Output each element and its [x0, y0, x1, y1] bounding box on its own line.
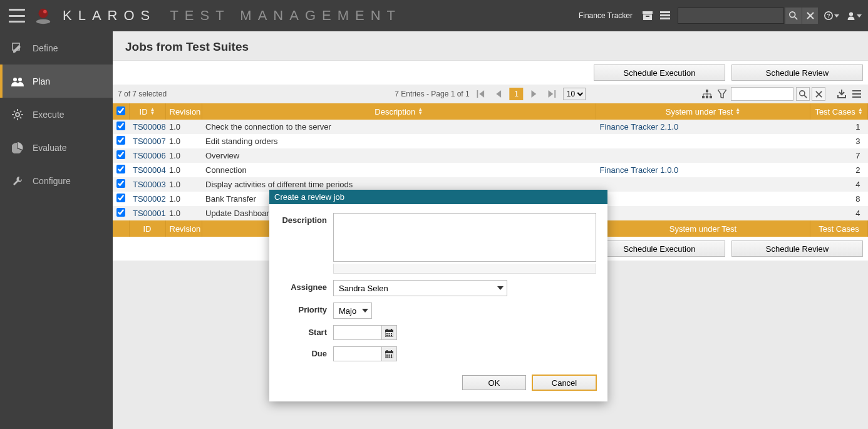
pager-last-icon[interactable] — [546, 88, 559, 100]
edit-icon — [11, 42, 24, 54]
row-testcases-cell: 7 — [810, 148, 868, 163]
testsuite-link[interactable]: TS00007 — [133, 137, 166, 146]
global-search-input[interactable] — [678, 8, 784, 24]
svg-marker-30 — [497, 90, 502, 98]
more-menu-icon[interactable] — [850, 88, 863, 100]
table-search-button[interactable] — [796, 87, 810, 101]
row-revision-cell: 1.0 — [165, 134, 202, 148]
sidebar-item-define[interactable]: Define — [0, 31, 113, 65]
pager-prev-icon[interactable] — [492, 88, 505, 100]
pager-first-icon[interactable] — [475, 88, 487, 100]
row-sut-cell — [596, 134, 810, 148]
sidebar-item-plan[interactable]: Plan — [0, 65, 113, 98]
sut-link[interactable]: Finance Tracker 1.0.0 — [600, 165, 679, 175]
schedule-review-button[interactable]: Schedule Review — [731, 65, 863, 81]
sidebar-item-evaluate[interactable]: Evaluate — [0, 131, 113, 164]
ok-button[interactable]: OK — [462, 375, 526, 390]
archive-icon[interactable] — [640, 8, 655, 23]
row-select-cell — [113, 134, 129, 148]
schedule-execution-button[interactable]: Schedule Execution — [594, 65, 725, 81]
row-select-checkbox[interactable] — [116, 150, 125, 159]
svg-rect-4 — [643, 14, 652, 20]
testsuite-link[interactable]: TS00001 — [133, 209, 166, 218]
row-description-cell: Check the connection to the server — [202, 120, 596, 134]
row-select-checkbox[interactable] — [116, 179, 125, 188]
cancel-button[interactable]: Cancel — [532, 375, 596, 390]
pager-next-icon[interactable] — [529, 88, 541, 100]
row-select-cell — [113, 177, 129, 192]
table-search-input[interactable] — [731, 87, 793, 101]
row-testcases-cell: 2 — [810, 163, 868, 177]
svg-rect-61 — [389, 335, 390, 336]
help-menu[interactable]: ? — [824, 8, 839, 23]
row-testcases-cell: 3 — [810, 134, 868, 148]
row-select-checkbox[interactable] — [116, 208, 125, 217]
row-sut-cell — [596, 192, 810, 206]
schedule-review-button-bottom[interactable]: Schedule Review — [731, 240, 863, 257]
table-search-clear-button[interactable] — [812, 87, 825, 101]
testsuite-link[interactable]: TS00002 — [133, 194, 166, 204]
svg-rect-70 — [386, 356, 388, 358]
row-select-checkbox[interactable] — [116, 194, 125, 202]
pager-current-page[interactable]: 1 — [510, 88, 524, 100]
global-search-button[interactable] — [785, 8, 802, 24]
svg-rect-68 — [389, 354, 390, 356]
schedule-execution-button-bottom[interactable]: Schedule Execution — [594, 240, 725, 257]
row-select-checkbox[interactable] — [116, 165, 125, 173]
column-header-id[interactable]: ID — [129, 103, 165, 120]
svg-rect-29 — [477, 90, 478, 98]
start-date-picker-button[interactable] — [382, 325, 397, 340]
testsuite-link[interactable]: TS00004 — [133, 165, 166, 175]
testsuite-link[interactable]: TS00006 — [133, 151, 166, 160]
svg-line-27 — [14, 117, 15, 118]
select-all-checkbox[interactable] — [116, 106, 125, 115]
calendar-icon — [385, 350, 393, 358]
row-description-cell: Edit standing orders — [202, 134, 596, 148]
row-description-cell: Overview — [202, 148, 596, 163]
due-date-input[interactable] — [333, 346, 382, 361]
svg-marker-43 — [718, 90, 726, 98]
priority-select[interactable]: Major — [333, 302, 372, 319]
app-title-sub: TEST MANAGEMENT — [170, 8, 401, 23]
column-header-revision[interactable]: Revision — [165, 103, 202, 120]
list-view-icon[interactable] — [658, 8, 673, 23]
user-menu[interactable] — [847, 8, 862, 23]
row-select-cell — [113, 163, 129, 177]
column-footer-revision: Revision — [165, 220, 202, 237]
row-select-cell — [113, 192, 129, 206]
description-textarea[interactable] — [333, 213, 596, 262]
svg-marker-31 — [532, 90, 537, 98]
sidebar-item-configure[interactable]: Configure — [0, 164, 113, 197]
sut-link[interactable]: Finance Tracker 2.1.0 — [600, 122, 679, 132]
global-search-clear-button[interactable] — [802, 8, 818, 24]
svg-rect-56 — [391, 329, 392, 331]
dialog-title: Create a review job — [269, 190, 607, 204]
row-select-checkbox[interactable] — [116, 121, 125, 130]
svg-line-45 — [804, 95, 807, 98]
sidebar-item-execute[interactable]: Execute — [0, 98, 113, 131]
action-button-row-top: Schedule Execution Schedule Review — [113, 61, 868, 85]
assignee-select[interactable]: Sandra Selen — [333, 280, 507, 296]
testsuite-link[interactable]: TS00008 — [133, 122, 166, 132]
users-icon — [11, 75, 24, 88]
svg-point-0 — [36, 19, 51, 24]
hierarchy-icon[interactable] — [701, 88, 713, 100]
export-icon[interactable] — [835, 88, 848, 100]
column-header-sut[interactable]: System under Test — [596, 103, 810, 120]
page-size-select[interactable]: 10 — [564, 88, 586, 100]
due-date-picker-button[interactable] — [382, 346, 397, 361]
column-header-testcases[interactable]: Test Cases — [810, 103, 868, 120]
row-sut-cell: Finance Tracker 2.1.0 — [596, 120, 810, 134]
sort-icon — [150, 108, 155, 115]
menu-toggle-icon[interactable] — [9, 9, 25, 23]
column-header-description[interactable]: Description — [202, 103, 596, 120]
row-id-cell: TS00004 — [129, 163, 165, 177]
filter-icon[interactable] — [716, 88, 728, 100]
wrench-icon — [11, 175, 24, 187]
row-select-checkbox[interactable] — [116, 136, 125, 145]
svg-rect-54 — [385, 330, 393, 332]
column-header-select[interactable] — [113, 103, 129, 120]
row-select-cell — [113, 120, 129, 134]
testsuite-link[interactable]: TS00003 — [133, 180, 166, 189]
start-date-input[interactable] — [333, 325, 382, 340]
